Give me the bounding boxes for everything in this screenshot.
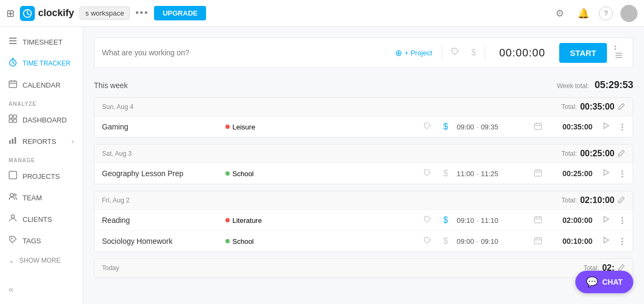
- day-edit-icon[interactable]: [618, 196, 625, 205]
- day-total: Total: 00:25:00: [561, 149, 625, 158]
- svg-rect-20: [14, 137, 16, 144]
- sidebar-label-time-tracker: TIME TRACKER: [23, 60, 70, 67]
- show-more[interactable]: ⌄ SHOW MORE: [0, 251, 83, 270]
- svg-rect-19: [12, 139, 13, 144]
- svg-rect-15: [13, 115, 17, 118]
- entry-play-icon[interactable]: [598, 122, 614, 132]
- workspace-button[interactable]: s workspace: [79, 6, 130, 20]
- entry-tag-icon[interactable]: [420, 215, 435, 225]
- time-dash: -: [477, 123, 479, 131]
- entry-end-time: 09:10: [481, 237, 499, 245]
- help-icon[interactable]: ?: [599, 6, 613, 20]
- entry-project[interactable]: School: [225, 170, 415, 178]
- avatar[interactable]: [620, 5, 638, 22]
- bell-icon[interactable]: 🔔: [575, 5, 591, 21]
- start-button[interactable]: START: [559, 43, 607, 63]
- upgrade-button[interactable]: UPGRADE: [154, 6, 206, 20]
- entry-play-icon[interactable]: [598, 215, 614, 225]
- tracker-billable-icon[interactable]: $: [468, 48, 479, 57]
- day-groups-container: Sun, Aug 4 Total: 00:35:00 Gaming Leisur…: [94, 97, 633, 278]
- tags-icon: [9, 235, 17, 246]
- sidebar-label-projects: PROJECTS: [23, 172, 60, 180]
- time-dash: -: [477, 237, 479, 245]
- chevron-down-icon: ⌄: [9, 257, 14, 264]
- day-date: Sat, Aug 3: [102, 150, 131, 157]
- svg-rect-21: [9, 171, 17, 179]
- entry-calendar-icon[interactable]: [532, 215, 544, 225]
- entry-calendar-icon[interactable]: [532, 122, 544, 132]
- entry-duration: 00:25:00: [550, 169, 592, 178]
- day-edit-icon[interactable]: [618, 103, 625, 112]
- svg-rect-43: [535, 217, 541, 223]
- entry-time-range: 11:00 - 11:25: [457, 170, 526, 178]
- sidebar-item-time-tracker[interactable]: TIME TRACKER: [0, 53, 83, 74]
- collapse-sidebar[interactable]: «: [0, 279, 83, 300]
- entry-billable-icon[interactable]: $: [440, 215, 451, 225]
- sidebar-item-team[interactable]: TEAM: [0, 187, 83, 208]
- apps-grid-icon[interactable]: ⊞: [6, 8, 14, 19]
- day-edit-icon[interactable]: [618, 149, 625, 158]
- entry-end-time: 11:25: [481, 170, 499, 178]
- project-dot: [225, 125, 230, 129]
- entry-name: Sociology Homework: [102, 237, 220, 245]
- svg-rect-4: [9, 40, 17, 41]
- timesheet-icon: [9, 37, 17, 47]
- settings-icon[interactable]: ⚙: [552, 5, 568, 21]
- tracker-input[interactable]: [102, 48, 385, 57]
- tracker-options-menu[interactable]: [612, 46, 625, 60]
- entry-project[interactable]: Leisure: [225, 123, 415, 131]
- tracker-tag-icon[interactable]: [448, 47, 463, 58]
- project-dot: [225, 171, 230, 176]
- sidebar-item-clients[interactable]: CLIENTS: [0, 208, 83, 230]
- svg-rect-37: [535, 170, 541, 176]
- entry-more-menu[interactable]: [619, 170, 625, 177]
- entry-start-time: 09:00: [457, 123, 474, 131]
- entry-project-label: Leisure: [232, 123, 255, 131]
- entry-play-icon[interactable]: [598, 236, 614, 246]
- entry-calendar-icon[interactable]: [532, 236, 544, 246]
- entry-more-menu[interactable]: [619, 124, 625, 131]
- clients-icon: [9, 214, 17, 225]
- svg-rect-49: [535, 238, 541, 244]
- sidebar-item-dashboard[interactable]: DASHBOARD: [0, 109, 83, 131]
- svg-point-25: [11, 238, 13, 240]
- sidebar-item-calendar[interactable]: CALENDAR: [0, 74, 83, 96]
- tracker-project-button[interactable]: ⊕ + Project: [391, 48, 437, 58]
- entry-more-menu[interactable]: [619, 238, 625, 245]
- sidebar-item-tags[interactable]: TAGS: [0, 230, 83, 251]
- entry-more-menu[interactable]: [619, 217, 625, 224]
- entry-name: Geography Lesson Prep: [102, 169, 220, 178]
- entry-tag-icon[interactable]: [420, 236, 435, 246]
- tracker-divider: [442, 45, 442, 60]
- sidebar-label-dashboard: DASHBOARD: [23, 116, 67, 124]
- entry-project[interactable]: School: [225, 237, 415, 245]
- entry-billable-icon[interactable]: $: [440, 122, 451, 132]
- entry-billable-icon[interactable]: $: [440, 236, 451, 246]
- svg-point-30: [426, 125, 427, 126]
- more-button[interactable]: •••: [135, 8, 149, 19]
- svg-point-26: [453, 50, 455, 51]
- day-date: Fri, Aug 2: [102, 197, 129, 204]
- sidebar-label-reports: REPORTS: [23, 137, 56, 146]
- project-dot: [225, 239, 230, 243]
- entry-tag-icon[interactable]: [420, 122, 435, 132]
- entry-tag-icon[interactable]: [420, 169, 435, 178]
- entry-billable-icon[interactable]: $: [440, 169, 451, 178]
- day-total-time: 02:10:00: [580, 196, 614, 205]
- time-dash: -: [477, 170, 479, 178]
- sidebar-item-projects[interactable]: PROJECTS: [0, 165, 83, 187]
- calendar-icon: [9, 79, 17, 90]
- day-total-time: 00:35:00: [580, 102, 614, 112]
- entry-play-icon[interactable]: [598, 169, 614, 178]
- entry-duration: 00:35:00: [550, 122, 592, 131]
- main-content: ⊕ + Project $ 00:00:00 START This week W…: [83, 27, 644, 304]
- chat-label: CHAT: [602, 278, 623, 286]
- sidebar-item-reports[interactable]: REPORTS ›: [0, 131, 83, 152]
- entry-calendar-icon[interactable]: [532, 169, 544, 178]
- entry-project[interactable]: Literature: [225, 216, 415, 225]
- day-header-day-aug2: Fri, Aug 2 Total: 02:10:00: [94, 191, 633, 210]
- svg-marker-35: [604, 123, 609, 129]
- sidebar-item-timesheet[interactable]: TIMESHEET: [0, 31, 83, 53]
- chat-button[interactable]: 💬 CHAT: [575, 271, 633, 293]
- svg-point-22: [10, 193, 13, 197]
